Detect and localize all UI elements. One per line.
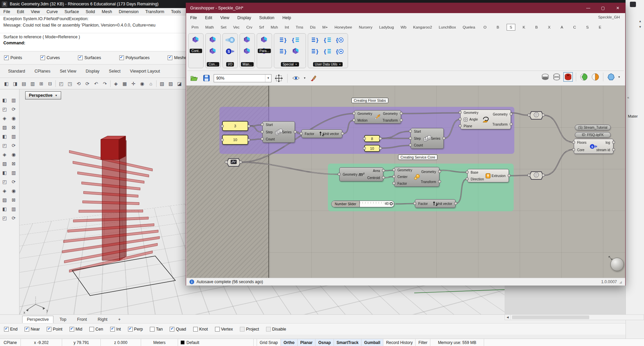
gh-tab-prm[interactable]: Prm (189, 24, 201, 30)
gh-tab-c[interactable]: C (570, 24, 578, 30)
sidebar-tool-icon[interactable]: ◉ (9, 114, 18, 122)
brep-bottom[interactable] (529, 171, 544, 180)
palette-group-label[interactable]: Special▼ (281, 62, 299, 67)
selected-only-preview-icon[interactable] (579, 72, 589, 82)
toolbar-icon[interactable]: ⌂ (147, 80, 155, 88)
output-port[interactable] (247, 138, 250, 141)
gh-tab-ladybug[interactable]: Ladybug (376, 24, 396, 30)
panel-icon[interactable] (630, 2, 636, 7)
osnap-knot[interactable]: Knot (193, 327, 208, 332)
input-port-count[interactable] (409, 143, 412, 146)
viewport-tab-right[interactable]: Right (93, 316, 112, 323)
stream-id-capsule[interactable]: ID: FfSQ-iipFK (575, 132, 611, 138)
statusbar-toggle-record-history[interactable]: Record History (383, 339, 416, 346)
rhino-menu-solid[interactable]: Solid (82, 9, 98, 14)
toolbar-icon[interactable]: ▨ (167, 80, 175, 88)
sidebar-tool-icon[interactable]: ⟳ (9, 105, 18, 113)
input-port[interactable] (363, 137, 366, 140)
toolbar-icon[interactable]: ▧ (158, 80, 166, 88)
unit-vector-1[interactable]: FactorUnit vectorz (301, 129, 342, 138)
output-port-transform[interactable] (438, 180, 441, 183)
speckle-cube-icon[interactable] (290, 46, 302, 57)
input-port-core[interactable] (572, 148, 575, 151)
scrollbar-thumb[interactable] (512, 315, 589, 319)
output-port[interactable] (542, 174, 545, 177)
input-port-factor[interactable] (300, 132, 303, 135)
number-slider[interactable]: Number Slider40 (331, 201, 394, 207)
filter-polysurfaces[interactable]: Polysurfaces (119, 55, 150, 60)
horizontal-scrollbar[interactable]: ◀ (505, 314, 644, 320)
gh-tab-s[interactable]: S (584, 24, 592, 30)
sidebar-tool-icon[interactable]: ▨ (0, 123, 9, 131)
gh-tab-int[interactable]: Int (282, 24, 292, 30)
checkbox-icon[interactable] (168, 55, 172, 60)
sidebar-tool-icon[interactable]: ⟳ (9, 177, 18, 186)
gh-menu-file[interactable]: File (186, 15, 201, 20)
gh-tab-mplus[interactable]: M+ (319, 24, 330, 30)
sidebar-tool-icon[interactable]: ▨ (0, 196, 9, 204)
toolbar-tab-standard[interactable]: Standard (3, 68, 30, 75)
sidebar-tool-icon[interactable]: ◈ (0, 150, 9, 159)
speckle-cube-icon[interactable] (207, 34, 219, 46)
wireframe-preview-icon[interactable] (552, 72, 561, 82)
toolbar-icon[interactable]: ⟲ (75, 80, 83, 88)
speckle-sender[interactable]: FloorsCorelogstream idS (574, 139, 613, 154)
gh-tab-math[interactable]: Math (203, 24, 217, 30)
checkbox-icon[interactable] (215, 327, 220, 332)
gh-tab-quelea[interactable]: Quelea (460, 24, 478, 30)
checkbox-icon[interactable] (25, 327, 29, 332)
brace-out-icon[interactable]: } (278, 34, 290, 46)
gh-tab-trns[interactable]: Trns (293, 24, 306, 30)
rhino-menu-edit[interactable]: Edit (13, 9, 28, 14)
panel-angle-count[interactable]: 10 (364, 145, 380, 152)
geometry-param[interactable] (226, 158, 241, 167)
document-preview-icon[interactable] (591, 72, 600, 82)
osnap-vertex[interactable]: Vertex (215, 327, 233, 332)
gh-tab-b[interactable]: B (532, 24, 541, 30)
gh-menu-edit[interactable]: Edit (201, 15, 216, 20)
output-port[interactable] (379, 147, 382, 150)
output-port-unit-vector[interactable] (341, 132, 344, 135)
brace-in-icon[interactable]: { (322, 34, 334, 46)
viewport-tab-perspective[interactable]: Perspective (22, 316, 53, 323)
close-button[interactable]: ✕ (610, 3, 625, 13)
input-port-angle[interactable] (459, 118, 462, 121)
palette-group-label[interactable]: Para... (258, 49, 271, 53)
toolbar-tab-viewport-layout[interactable]: Viewport Layout (125, 68, 165, 75)
sender-circle-icon[interactable]: S (224, 46, 236, 57)
sidebar-tool-icon[interactable]: ▥ (9, 132, 18, 140)
sidebar-tool-icon[interactable]: ◈ (0, 186, 9, 195)
input-port-count[interactable] (261, 137, 264, 140)
gh-tab-dis[interactable]: Dis (307, 24, 318, 30)
rhino-menu-curve[interactable]: Curve (43, 9, 61, 14)
no-preview-icon[interactable] (541, 72, 550, 82)
gh-menu-view[interactable]: View (216, 15, 233, 20)
osnap-cen[interactable]: Cen (89, 327, 103, 332)
toolbar-tab-set-view[interactable]: Set View (55, 68, 81, 75)
toolbar-icon[interactable]: ▤ (20, 80, 28, 88)
output-port-unit-vector[interactable] (454, 202, 457, 205)
sidebar-tool-icon[interactable]: ◧ (0, 205, 9, 213)
toolbar-icon[interactable]: ◨ (11, 80, 19, 88)
viewport-tab-front[interactable]: Front (72, 316, 91, 323)
chevron-down-icon[interactable]: ▼ (265, 75, 271, 82)
output-port-transform[interactable] (510, 123, 513, 126)
area[interactable]: GeometryAreaCentroidm² (339, 167, 383, 181)
output-port-area[interactable] (382, 169, 385, 172)
output-port[interactable] (542, 114, 545, 117)
speckle-cube-icon[interactable] (241, 46, 253, 57)
checkbox-icon[interactable] (47, 327, 51, 332)
brace-out-icon[interactable]: } (278, 46, 290, 57)
rhino-menu-dimension[interactable]: Dimension (115, 9, 142, 14)
maximize-button[interactable]: ▢ (596, 3, 610, 13)
gh-tab-kangaroo2[interactable]: Kangaroo2 (411, 24, 435, 30)
speckle-cube-icon[interactable] (207, 46, 219, 57)
statusbar-cplane[interactable]: CPlane (0, 339, 21, 346)
open-file-icon[interactable] (189, 74, 199, 83)
palette-group-label[interactable]: I/O (226, 62, 234, 67)
input-port-motion[interactable] (352, 119, 355, 122)
gh-menu-display[interactable]: Display (233, 15, 255, 20)
output-port-log[interactable] (612, 141, 615, 144)
gh-tab-x[interactable]: X (545, 24, 553, 30)
output-port[interactable] (379, 137, 382, 140)
